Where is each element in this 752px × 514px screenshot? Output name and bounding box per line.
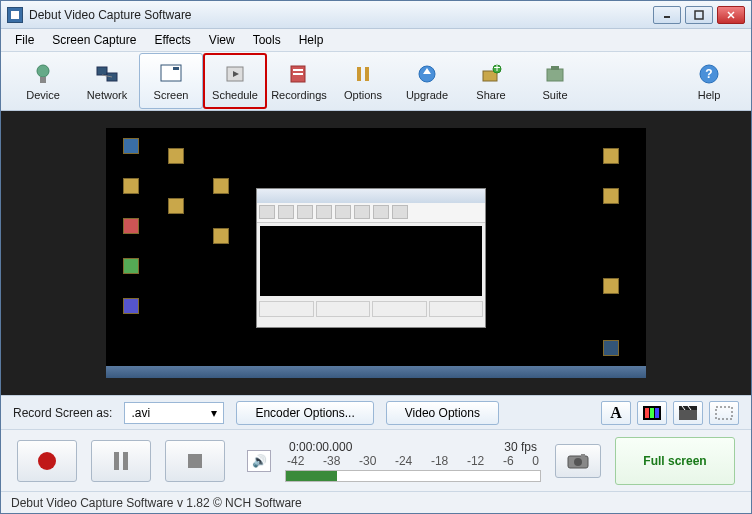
record-as-label: Record Screen as: bbox=[13, 406, 112, 420]
encoder-options-label: Encoder Options... bbox=[255, 406, 354, 420]
toolbar-options-label: Options bbox=[344, 89, 382, 101]
schedule-icon bbox=[221, 61, 249, 87]
recordings-icon bbox=[285, 61, 313, 87]
svg-rect-35 bbox=[716, 407, 732, 419]
color-settings-button[interactable] bbox=[637, 401, 667, 425]
options-icon bbox=[349, 61, 377, 87]
window-buttons bbox=[653, 6, 745, 24]
desktop-icon bbox=[206, 178, 236, 196]
toolbar-device-label: Device bbox=[26, 89, 60, 101]
pause-icon bbox=[114, 452, 128, 470]
toolbar-schedule-label: Schedule bbox=[212, 89, 258, 101]
volume-button[interactable]: 🔊 bbox=[247, 450, 271, 472]
toolbar-options[interactable]: Options bbox=[331, 53, 395, 109]
menu-tools[interactable]: Tools bbox=[245, 31, 289, 49]
toolbar-share[interactable]: + Share bbox=[459, 53, 523, 109]
record-button[interactable] bbox=[17, 440, 77, 482]
toolbar-recordings-label: Recordings bbox=[271, 89, 327, 101]
desktop-icon bbox=[161, 148, 191, 166]
svg-text:+: + bbox=[493, 63, 500, 75]
toolbar-suite[interactable]: Suite bbox=[523, 53, 587, 109]
options-row: Record Screen as: .avi ▾ Encoder Options… bbox=[1, 395, 751, 429]
maximize-button[interactable] bbox=[685, 6, 713, 24]
statusbar: Debut Video Capture Software v 1.82 © NC… bbox=[1, 491, 751, 513]
status-text: Debut Video Capture Software v 1.82 © NC… bbox=[11, 496, 302, 510]
svg-rect-28 bbox=[645, 408, 649, 418]
speaker-icon: 🔊 bbox=[252, 454, 267, 468]
toolbar: Device Network Screen Schedule Recording… bbox=[1, 51, 751, 111]
toolbar-help-label: Help bbox=[698, 89, 721, 101]
stop-icon bbox=[188, 454, 202, 468]
camera-icon bbox=[567, 453, 589, 469]
clapper-icon bbox=[679, 406, 697, 420]
desktop-icon bbox=[596, 148, 626, 166]
svg-rect-29 bbox=[650, 408, 654, 418]
toolbar-screen-label: Screen bbox=[154, 89, 189, 101]
svg-rect-1 bbox=[695, 11, 703, 19]
stop-button[interactable] bbox=[165, 440, 225, 482]
encoder-options-button[interactable]: Encoder Options... bbox=[236, 401, 373, 425]
color-icon bbox=[643, 406, 661, 420]
text-icon: A bbox=[610, 404, 622, 422]
window-title: Debut Video Capture Software bbox=[29, 8, 653, 22]
desktop-icon bbox=[161, 198, 191, 216]
share-icon: + bbox=[477, 61, 505, 87]
pause-button[interactable] bbox=[91, 440, 151, 482]
timecode: 0:00:00.000 bbox=[289, 440, 352, 454]
toolbar-help[interactable]: ? Help bbox=[677, 53, 741, 109]
svg-rect-6 bbox=[97, 67, 107, 75]
toolbar-upgrade-label: Upgrade bbox=[406, 89, 448, 101]
svg-text:?: ? bbox=[705, 67, 712, 81]
desktop-icon bbox=[116, 178, 146, 196]
chevron-down-icon: ▾ bbox=[211, 406, 217, 420]
video-options-button[interactable]: Video Options bbox=[386, 401, 499, 425]
toolbar-schedule[interactable]: Schedule bbox=[203, 53, 267, 109]
svg-rect-10 bbox=[173, 67, 179, 70]
toolbar-recordings[interactable]: Recordings bbox=[267, 53, 331, 109]
toolbar-device[interactable]: Device bbox=[11, 53, 75, 109]
close-button[interactable] bbox=[717, 6, 745, 24]
fullscreen-button[interactable]: Full screen bbox=[615, 437, 735, 485]
desktop-icon bbox=[116, 298, 146, 316]
svg-rect-23 bbox=[547, 69, 563, 81]
svg-rect-5 bbox=[40, 77, 46, 83]
menu-effects[interactable]: Effects bbox=[146, 31, 198, 49]
menu-help[interactable]: Help bbox=[291, 31, 332, 49]
svg-rect-14 bbox=[293, 69, 303, 71]
fps-display: 30 fps bbox=[504, 440, 537, 454]
level-ticks: -42 -38 -30 -24 -18 -12 -6 0 bbox=[285, 454, 541, 468]
menu-file[interactable]: File bbox=[7, 31, 42, 49]
desktop-icon bbox=[596, 188, 626, 206]
toolbar-screen[interactable]: Screen bbox=[139, 53, 203, 109]
menu-screen-capture[interactable]: Screen Capture bbox=[44, 31, 144, 49]
toolbar-network-label: Network bbox=[87, 89, 127, 101]
desktop-icon bbox=[116, 138, 146, 156]
format-combo[interactable]: .avi ▾ bbox=[124, 402, 224, 424]
level-meter[interactable] bbox=[285, 470, 541, 482]
svg-point-4 bbox=[37, 65, 49, 77]
minimize-button[interactable] bbox=[653, 6, 681, 24]
toolbar-suite-label: Suite bbox=[542, 89, 567, 101]
toolbar-upgrade[interactable]: Upgrade bbox=[395, 53, 459, 109]
help-icon: ? bbox=[695, 61, 723, 87]
effects-button[interactable] bbox=[673, 401, 703, 425]
snapshot-button[interactable] bbox=[555, 444, 601, 478]
svg-rect-38 bbox=[581, 454, 585, 457]
titlebar: Debut Video Capture Software bbox=[1, 1, 751, 29]
format-value: .avi bbox=[131, 406, 150, 420]
app-window: Debut Video Capture Software File Screen… bbox=[0, 0, 752, 514]
svg-rect-30 bbox=[655, 408, 659, 418]
captured-taskbar bbox=[106, 366, 646, 378]
desktop-icon bbox=[596, 340, 626, 358]
selection-icon bbox=[715, 406, 733, 420]
svg-point-37 bbox=[574, 458, 582, 466]
preview-area bbox=[1, 111, 751, 395]
selection-button[interactable] bbox=[709, 401, 739, 425]
menu-view[interactable]: View bbox=[201, 31, 243, 49]
svg-rect-17 bbox=[365, 67, 369, 81]
svg-rect-16 bbox=[357, 67, 361, 81]
toolbar-network[interactable]: Network bbox=[75, 53, 139, 109]
network-icon bbox=[93, 61, 121, 87]
desktop-icon bbox=[116, 218, 146, 236]
text-overlay-button[interactable]: A bbox=[601, 401, 631, 425]
